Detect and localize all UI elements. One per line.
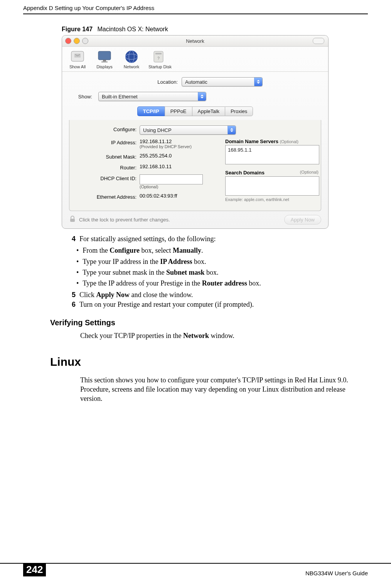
toolbar-displays[interactable]: Displays — [94, 49, 115, 69]
svg-rect-3 — [103, 60, 106, 61]
toolbar-displays-label: Displays — [94, 64, 115, 69]
search-domains-example: Example: apple.com, earthlink.net — [225, 197, 319, 202]
router-value: 192.168.10.11 — [140, 164, 172, 169]
displays-icon — [94, 49, 115, 64]
ip-address-sub: (Provided by DHCP Server) — [140, 144, 192, 149]
step-4-bullet-4: Type the IP address of your Prestige in … — [76, 279, 368, 288]
dns-value: 168.95.1.1 — [228, 147, 251, 153]
svg-text:?: ? — [157, 56, 160, 61]
subnet-mask-value: 255.255.254.0 — [140, 153, 172, 159]
ip-address-label: IP Address: — [75, 139, 140, 145]
step-4-bullet-3: Type your subnet mask in the Subnet mask… — [76, 268, 368, 277]
search-domains-optional: (Optional) — [300, 170, 319, 174]
figure-title: Macintosh OS X: Network — [97, 26, 168, 32]
svg-point-5 — [125, 51, 138, 63]
chevron-updown-icon — [254, 78, 262, 86]
chevron-updown-icon — [228, 126, 236, 134]
router-label: Router: — [75, 164, 140, 171]
toolbar-show-all-label: Show All — [67, 64, 88, 69]
tab-bar: TCP/IP PPPoE AppleTalk Proxies — [62, 106, 328, 116]
location-popup[interactable]: Automatic — [182, 77, 263, 86]
ip-address-value: 192.168.11.12 — [140, 139, 192, 144]
location-label: Location: — [128, 79, 178, 85]
figure-caption: Figure 147 Macintosh OS X: Network — [62, 26, 368, 33]
tab-appletalk[interactable]: AppleTalk — [192, 106, 225, 116]
window-title: Network — [186, 38, 204, 44]
traffic-lights — [65, 38, 88, 44]
svg-rect-9 — [155, 53, 162, 54]
guide-name: NBG334W User's Guide — [305, 568, 368, 576]
search-domains-input[interactable] — [225, 176, 319, 196]
configure-value: Using DHCP — [143, 127, 172, 133]
dns-input[interactable]: 168.95.1.1 — [225, 145, 319, 164]
svg-rect-11 — [70, 219, 75, 222]
step-4-bullet-1: From the Configure box, select Manually. — [76, 246, 368, 255]
linux-para: This section shows you how to configure … — [80, 375, 368, 404]
toolbar-startup-disk[interactable]: ? Startup Disk — [148, 49, 172, 69]
tab-tcpip[interactable]: TCP/IP — [137, 106, 165, 116]
toolbar: Show All Displays Network ? Startup Disk — [62, 47, 328, 72]
linux-head: Linux — [50, 354, 368, 370]
show-popup[interactable]: Built-in Ethernet — [98, 92, 206, 101]
verifying-text: Check your TCP/IP properties in the Netw… — [80, 331, 368, 340]
close-icon[interactable] — [65, 38, 71, 44]
step-6-number: 6 — [66, 300, 76, 309]
subnet-mask-label: Subnet Mask: — [75, 153, 140, 160]
tab-proxies[interactable]: Proxies — [225, 106, 253, 116]
toolbar-toggle-button[interactable] — [313, 38, 324, 44]
search-domains-header: Search Domains — [225, 170, 265, 176]
zoom-icon[interactable] — [82, 38, 88, 44]
dhcp-client-id-label: DHCP Client ID: — [75, 174, 140, 181]
running-head: Appendix D Setting up Your Computer's IP… — [23, 5, 368, 14]
lock-text: Click the lock to prevent further change… — [79, 217, 170, 223]
window-titlebar: Network — [62, 35, 328, 47]
toolbar-network[interactable]: Network — [121, 49, 142, 69]
configure-label: Configure: — [75, 125, 140, 132]
svg-rect-1 — [74, 54, 81, 57]
figure-label: Figure 147 — [62, 26, 93, 32]
startup-disk-icon: ? — [148, 49, 169, 64]
location-value: Automatic — [185, 79, 207, 85]
lock-icon[interactable] — [69, 216, 76, 224]
configure-popup[interactable]: Using DHCP — [140, 125, 236, 135]
tcpip-pane: Configure: Using DHCP IP Address: 192.16… — [69, 120, 321, 211]
ethernet-address-label: Ethernet Address: — [75, 193, 140, 200]
step-5-number: 5 — [66, 290, 76, 299]
dhcp-client-id-sub: (Optional) — [140, 184, 203, 189]
svg-rect-4 — [101, 61, 108, 63]
minimize-icon[interactable] — [74, 38, 80, 44]
dns-optional: (Optional) — [280, 139, 298, 144]
tab-pppoe[interactable]: PPPoE — [165, 106, 192, 116]
toolbar-show-all[interactable]: Show All — [67, 49, 88, 69]
dhcp-client-id-input[interactable] — [140, 174, 203, 184]
svg-rect-2 — [98, 51, 111, 60]
step-4-text: For statically assigned settings, do the… — [79, 234, 368, 243]
network-icon — [121, 49, 142, 64]
toolbar-network-label: Network — [121, 64, 142, 69]
step-6-text: Turn on your Prestige and restart your c… — [79, 300, 368, 309]
dns-header: Domain Name Servers — [225, 139, 278, 144]
step-5-text: Click Apply Now and close the window. — [79, 290, 368, 299]
show-all-icon — [67, 49, 88, 64]
show-label: Show: — [69, 94, 92, 100]
step-4-number: 4 — [66, 234, 76, 243]
ethernet-address-value: 00:05:02:43:93:ff — [140, 193, 177, 199]
macos-network-window: Network Show All Displays Network — [62, 35, 329, 229]
step-4-bullet-2: Type your IP address in the IP Address b… — [76, 257, 368, 266]
apply-now-button[interactable]: Apply Now — [284, 215, 321, 225]
show-value: Built-in Ethernet — [102, 94, 138, 100]
verifying-head: Verifying Settings — [50, 318, 368, 328]
page-number: 242 — [23, 563, 46, 576]
toolbar-startup-disk-label: Startup Disk — [148, 64, 172, 69]
chevron-updown-icon — [198, 92, 206, 101]
